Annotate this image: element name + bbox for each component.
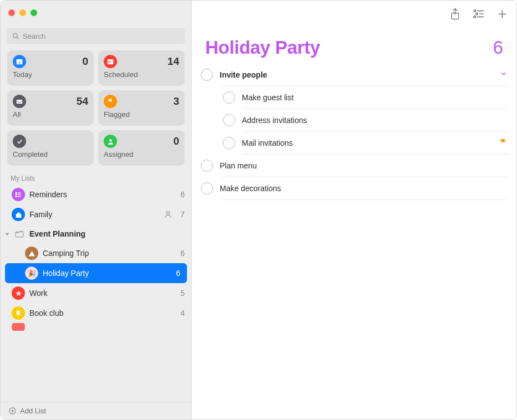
smart-scheduled-label: Scheduled (104, 70, 179, 79)
svg-point-24 (476, 13, 478, 15)
reminder-make-decorations[interactable]: Make decorations (201, 177, 508, 199)
new-reminder-button[interactable] (497, 9, 508, 22)
list-count: 4 (180, 309, 185, 317)
list-hidden-partial[interactable] (1, 323, 191, 331)
main-panel: Holiday Party 6 Invite people Make guest… (192, 1, 516, 419)
reminder-make-guest-list[interactable]: Make guest list (201, 86, 508, 109)
search-input[interactable]: Search (7, 28, 185, 44)
reminder-title: Plan menu (220, 161, 508, 170)
reminder-mail-invitations[interactable]: Mail invitations (201, 132, 508, 154)
smart-completed[interactable]: Completed (7, 130, 94, 166)
smart-all-label: All (13, 110, 88, 119)
flag-icon (104, 95, 117, 108)
list-count: 6 (180, 249, 185, 258)
list-count: 7 (180, 210, 185, 219)
list-indent-icon (473, 9, 485, 19)
lists-container: Reminders 6 Family 7 Event Planning (1, 185, 191, 402)
smart-scheduled[interactable]: 14 Scheduled (98, 50, 185, 86)
list-header: Holiday Party 6 (192, 29, 516, 62)
list-holiday-party[interactable]: 🎉 Holiday Party 6 (5, 263, 187, 283)
smart-flagged-label: Flagged (104, 110, 179, 119)
reminder-title: Invite people (220, 70, 493, 79)
reminder-address-invitations[interactable]: Address invitations (201, 109, 508, 131)
list-name: Reminders (29, 190, 176, 199)
list-count: 6 (176, 269, 180, 278)
folder-icon (14, 229, 25, 238)
list-bullet-icon (12, 188, 25, 201)
svg-rect-7 (110, 61, 111, 62)
sidebar: Search 3 0 Today 14 Schedul (1, 1, 192, 419)
smart-flagged-count: 3 (173, 95, 179, 107)
list-book-club[interactable]: Book club 4 (1, 303, 191, 323)
smart-today-count: 0 (82, 55, 88, 68)
smart-completed-label: Completed (13, 150, 88, 158)
checkbox-empty-icon[interactable] (201, 160, 213, 172)
plus-circle-icon (8, 407, 17, 415)
svg-rect-8 (109, 63, 110, 64)
close-window-button[interactable] (8, 9, 15, 16)
list-icon (12, 323, 25, 331)
smart-all-count: 54 (77, 95, 88, 107)
list-name: Work (29, 289, 176, 298)
window-controls (8, 9, 37, 16)
list-name: Book club (29, 309, 176, 317)
svg-rect-6 (109, 61, 110, 62)
svg-point-9 (109, 139, 111, 141)
list-name: Family (29, 210, 159, 219)
my-lists-header: My Lists (1, 169, 191, 185)
list-name: Holiday Party (43, 269, 171, 278)
list-camping-trip[interactable]: Camping Trip 6 (1, 243, 191, 263)
list-family[interactable]: Family 7 (1, 204, 191, 224)
group-event-planning[interactable]: Event Planning (1, 224, 191, 243)
smart-all[interactable]: 54 All (7, 90, 94, 126)
reminders-window: Search 3 0 Today 14 Schedul (0, 0, 517, 420)
svg-point-13 (16, 192, 17, 193)
fullscreen-window-button[interactable] (31, 9, 37, 16)
group-name: Event Planning (29, 229, 85, 238)
list-reminders[interactable]: Reminders 6 (1, 185, 191, 204)
flag-icon (499, 138, 508, 148)
reminder-title: Make decorations (220, 184, 508, 193)
chevron-down-icon (3, 231, 12, 237)
list-count: 6 (493, 37, 503, 58)
expand-subtasks-button[interactable] (500, 70, 508, 80)
minimize-window-button[interactable] (19, 9, 26, 16)
svg-point-26 (474, 16, 476, 18)
svg-point-16 (167, 212, 170, 214)
bookmark-icon (12, 306, 25, 320)
list-title: Holiday Party (205, 37, 320, 58)
checkbox-empty-icon[interactable] (201, 182, 213, 194)
view-options-button[interactable] (473, 9, 485, 21)
smart-today-label: Today (13, 70, 88, 79)
checkbox-empty-icon[interactable] (223, 91, 235, 104)
checkbox-empty-icon[interactable] (223, 114, 235, 126)
star-icon (12, 286, 25, 300)
calendar-today-icon: 3 (13, 55, 26, 68)
search-placeholder: Search (23, 32, 45, 40)
party-popper-icon: 🎉 (25, 267, 38, 280)
reminder-invite-people[interactable]: Invite people (201, 64, 508, 86)
checkbox-empty-icon[interactable] (223, 137, 235, 149)
smart-assigned-label: Assigned (104, 150, 179, 158)
checkbox-empty-icon[interactable] (201, 69, 213, 81)
smart-flagged[interactable]: 3 Flagged (98, 90, 185, 126)
reminder-plan-menu[interactable]: Plan menu (201, 155, 508, 177)
smart-lists-grid: 3 0 Today 14 Scheduled (1, 50, 191, 169)
svg-point-0 (13, 33, 18, 38)
person-icon (104, 135, 117, 148)
chevron-down-icon (500, 70, 508, 78)
add-list-button[interactable]: Add List (1, 402, 191, 419)
reminder-items: Invite people Make guest list Address in… (192, 62, 516, 200)
share-icon (450, 8, 460, 20)
list-work[interactable]: Work 5 (1, 283, 191, 303)
smart-assigned-count: 0 (173, 135, 179, 147)
add-list-label: Add List (20, 407, 46, 415)
share-button[interactable] (450, 8, 460, 22)
smart-today[interactable]: 3 0 Today (7, 50, 94, 86)
smart-assigned[interactable]: 0 Assigned (98, 130, 185, 166)
toolbar (192, 1, 516, 29)
smart-scheduled-count: 14 (168, 55, 179, 68)
svg-point-22 (474, 10, 476, 12)
list-count: 5 (180, 289, 185, 298)
svg-point-14 (16, 194, 17, 195)
